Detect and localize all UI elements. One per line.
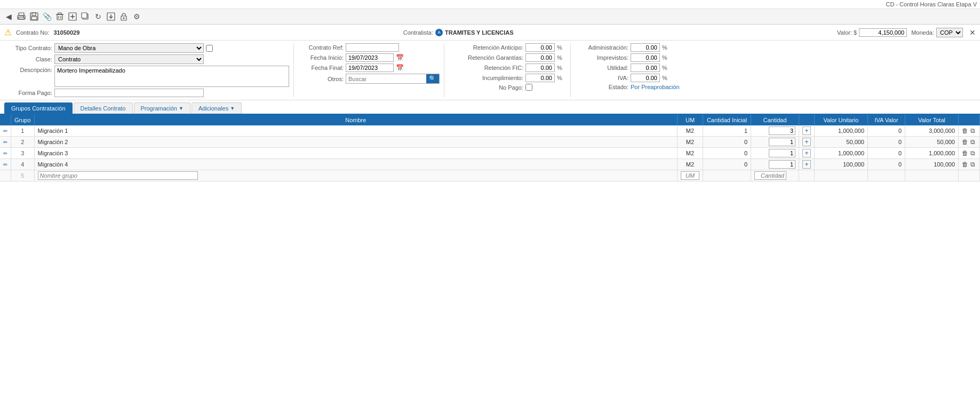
col-valor-unitario: Valor Unitario [815,115,868,125]
row1-um: M2 [678,125,703,137]
duplicate-icon[interactable] [80,11,91,22]
iva-input[interactable] [631,74,660,82]
retencion-garantias-input[interactable] [525,53,555,62]
table-row: ✏ 4 Migración 4 M2 0 + 100,000 0 100,000… [0,159,980,170]
refresh-icon[interactable]: ↻ [93,11,103,22]
row1-edit-icon[interactable]: ✏ [0,125,11,137]
row4-delete-icon[interactable]: 🗑 [962,161,968,168]
add-icon[interactable] [67,11,78,22]
fecha-final-cal-icon[interactable]: 📅 [396,64,404,72]
row1-valor-unitario: 1,000,000 [815,125,868,137]
incumplimiento-input[interactable] [525,74,555,82]
row3-cantidad-input[interactable] [769,149,795,157]
newrow-nombre-input[interactable] [38,171,198,180]
tipo-checkbox[interactable] [206,45,213,52]
no-pago-checkbox[interactable] [525,84,532,91]
otros-search-button[interactable]: 🔍 [426,74,439,83]
retencion-fic-input[interactable] [525,64,555,72]
export-icon[interactable] [106,11,116,22]
fecha-inicio-input[interactable] [346,53,394,62]
estado-value[interactable]: Por Preaprobación [631,84,680,90]
table-row: ✏ 3 Migración 3 M2 0 + 1,000,000 0 1,000… [0,148,980,159]
lock-icon[interactable] [118,11,129,22]
row3-iva-valor: 0 [868,148,905,159]
clase-select[interactable]: Contrato Otro [54,54,204,64]
retencion-anticipo-input[interactable] [525,43,555,52]
row4-cantidad-inicial: 0 [703,159,751,170]
row4-valor-unitario: 100,000 [815,159,868,170]
incumplimiento-label: Incumplimiento: [449,75,523,81]
row2-edit-icon[interactable]: ✏ [0,137,11,148]
forma-pago-label: Forma Pago: [4,90,52,96]
row2-copy-icon[interactable]: ⧉ [970,138,975,146]
newrow-cantidad-input[interactable] [754,171,786,180]
row3-copy-icon[interactable]: ⧉ [970,149,975,157]
tab-adicionales[interactable]: Adicionales ▼ [192,102,242,114]
svg-rect-9 [58,13,61,14]
row2-delete-icon[interactable]: 🗑 [962,138,968,146]
fecha-inicio-cal-icon[interactable]: 📅 [396,54,404,61]
row1-valor-total: 3,000,000 [905,125,959,137]
forma-pago-input[interactable] [54,89,204,97]
row3-valor-total: 1,000,000 [905,148,959,159]
row4-edit-icon[interactable]: ✏ [0,159,11,170]
row2-cantidad-input[interactable] [769,138,795,146]
imprevistos-input[interactable] [631,53,660,62]
newrow-um-input[interactable] [681,171,699,180]
col-iva-valor: IVA Valor [868,115,905,125]
col-grupo: Grupo [11,115,35,125]
table-container: Grupo Nombre UM Cantidad Inicial Cantida… [0,115,980,181]
tab-detalles-label: Detalles Contrato [81,105,126,112]
otros-input[interactable] [346,75,426,83]
tab-grupos-label: Grupos Contratación [11,105,66,112]
col-nombre: Nombre [34,115,677,125]
titlebar: CD - Control Horas Claras Etapa V [0,0,980,9]
row1-cantidad-input[interactable] [769,126,795,135]
gear-icon[interactable]: ⚙ [131,11,142,22]
tab-adicionales-label: Adicionales [198,105,228,112]
col-um: UM [678,115,703,125]
iva-label: IVA: [575,75,628,81]
svg-point-20 [123,18,125,19]
row1-nombre: Migración 1 [34,125,677,137]
attach-icon[interactable]: 📎 [42,11,52,22]
close-button[interactable]: ✕ [969,28,976,37]
grupos-table: Grupo Nombre UM Cantidad Inicial Cantida… [0,115,980,181]
floppy-icon[interactable] [29,11,39,22]
valor-input[interactable]: 4,150,000 [859,28,907,37]
back-icon[interactable]: ◀ [3,11,14,22]
row1-cantidad-inicial: 1 [703,125,751,137]
administracion-input[interactable] [631,43,660,52]
row4-plus-button[interactable]: + [802,160,811,169]
moneda-label: Moneda: [911,29,934,36]
contrato-ref-input[interactable] [346,43,399,52]
descripcion-input[interactable]: Mortero Impermeabilizado [54,66,289,87]
row2-valor-unitario: 50,000 [815,137,868,148]
row3-delete-icon[interactable]: 🗑 [962,149,968,157]
print-icon[interactable] [16,11,27,22]
row3-plus-button[interactable]: + [802,149,811,157]
moneda-select[interactable]: COP USD EUR [936,28,963,37]
form-area: Tipo Contrato: Mano de Obra Materiales S… [0,41,980,100]
tab-grupos[interactable]: Grupos Contratación [4,102,73,114]
row1-plus-button[interactable]: + [802,126,811,135]
tab-adicionales-arrow: ▼ [230,106,235,111]
row4-cantidad-input[interactable] [769,160,795,169]
tab-detalles[interactable]: Detalles Contrato [74,102,133,114]
col-cantidad-inicial: Cantidad Inicial [703,115,751,125]
clase-label: Clase: [4,56,52,62]
row2-plus-button[interactable]: + [802,138,811,146]
newrow-nombre-cell [34,170,677,181]
row1-copy-icon[interactable]: ⧉ [970,127,975,134]
row2-um: M2 [678,137,703,148]
row1-delete-icon[interactable]: 🗑 [962,127,968,134]
tipo-select[interactable]: Mano de Obra Materiales Servicios [54,43,204,53]
fecha-final-input[interactable] [346,64,394,72]
titlebar-text: CD - Control Horas Claras Etapa V [886,1,977,7]
imprevistos-label: Imprevistos: [575,54,628,61]
utilidad-input[interactable] [631,64,660,72]
tab-programacion[interactable]: Programación ▼ [134,102,190,114]
row4-copy-icon[interactable]: ⧉ [970,161,975,168]
row3-edit-icon[interactable]: ✏ [0,148,11,159]
delete-icon[interactable] [54,11,65,22]
